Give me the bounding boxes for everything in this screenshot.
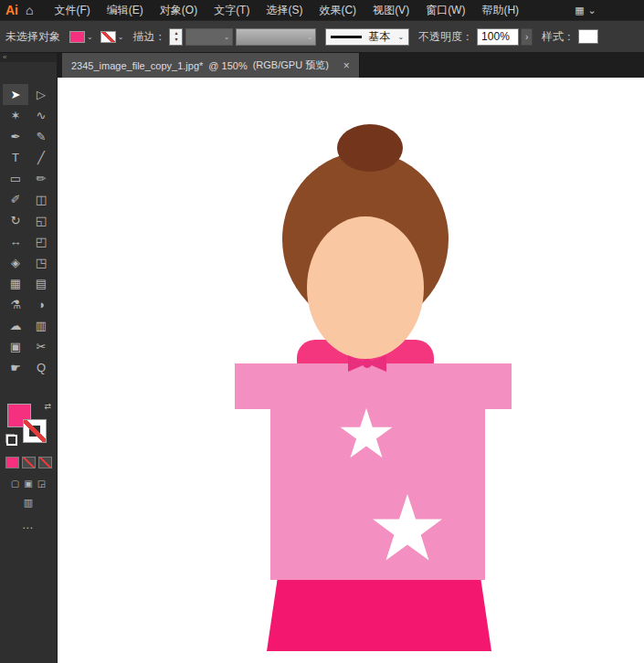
paintbrush-tool-icon[interactable]: ✏: [28, 168, 54, 189]
document-title: 2345_image_file_copy_1.jpg*: [71, 60, 203, 71]
chevron-down-icon: ⌄: [87, 33, 93, 41]
menu-bar: Ai ⌂ 文件(F) 编辑(E) 对象(O) 文字(T) 选择(S) 效果(C)…: [0, 0, 644, 20]
column-graph-tool-icon[interactable]: ▥: [28, 315, 54, 336]
app-logo: Ai: [5, 3, 18, 17]
document-tab-bar: 2345_image_file_copy_1.jpg* @ 150% (RGB/…: [58, 53, 644, 78]
stroke-none-swatch[interactable]: [100, 31, 116, 43]
zoom-level: @ 150%: [208, 60, 247, 71]
menu-help[interactable]: 帮助(H): [473, 0, 527, 20]
chevron-down-icon: ⌄: [118, 33, 124, 41]
tools-panel: « ➤ ▷ ✶ ∿ ✒ ✎ T ╱ ▭ ✏ ✐ ◫ ↻ ◱ ↔ ◰ ◈ ◳ ▦ …: [0, 53, 58, 663]
default-fill-stroke-icon[interactable]: [5, 434, 17, 446]
toolbar-collapse-icon[interactable]: «: [0, 53, 57, 62]
chevron-down-icon: ⌄: [397, 33, 404, 41]
menu-object[interactable]: 对象(O): [152, 0, 206, 20]
workspace-grid-icon: ▦: [575, 5, 584, 16]
chevron-down-icon: ⌄: [588, 5, 596, 16]
workspace: « ➤ ▷ ✶ ∿ ✒ ✎ T ╱ ▭ ✏ ✐ ◫ ↻ ◱ ↔ ◰ ◈ ◳ ▦ …: [0, 53, 644, 663]
none-button[interactable]: [38, 457, 52, 468]
stroke-label: 描边：: [132, 29, 165, 45]
type-tool-icon[interactable]: T: [3, 147, 28, 168]
hair-bun-shape[interactable]: [337, 124, 403, 172]
pencil-tool-icon[interactable]: ✐: [3, 189, 28, 210]
menu-window[interactable]: 窗口(W): [417, 0, 473, 20]
home-icon[interactable]: ⌂: [26, 3, 33, 17]
pen-tool-icon[interactable]: ✒: [3, 126, 28, 147]
stroke-line-icon: [331, 36, 362, 38]
fill-color-swatch[interactable]: [69, 31, 85, 43]
eraser-tool-icon[interactable]: ◫: [28, 189, 54, 210]
close-tab-icon[interactable]: ×: [343, 59, 350, 72]
hand-tool-icon[interactable]: ☛: [3, 357, 28, 378]
opacity-options-button[interactable]: ›: [521, 28, 533, 46]
selection-status: 未选择对象: [5, 29, 62, 45]
rectangle-tool-icon[interactable]: ▭: [3, 168, 28, 189]
opacity-label: 不透明度：: [418, 29, 473, 45]
free-transform-tool-icon[interactable]: ◰: [28, 231, 54, 252]
document-area: 2345_image_file_copy_1.jpg* @ 150% (RGB/…: [58, 53, 644, 663]
graphic-style-swatch[interactable]: [578, 29, 598, 44]
draw-normal-icon[interactable]: ▢: [11, 479, 19, 489]
screen-mode-icon[interactable]: ▥: [24, 497, 33, 509]
stroke-weight-dropdown[interactable]: ⌄: [185, 28, 233, 46]
shape-builder-tool-icon[interactable]: ◈: [3, 252, 28, 273]
stroke-profile-dropdown[interactable]: 基本 ⌄: [325, 28, 409, 46]
poncho-shape[interactable]: [235, 363, 512, 580]
rotate-tool-icon[interactable]: ↻: [3, 210, 28, 231]
face-shape[interactable]: [307, 216, 424, 359]
selection-tool-icon[interactable]: ➤: [3, 84, 28, 105]
zoom-tool-icon[interactable]: Q: [28, 357, 54, 378]
control-bar: 未选择对象 ⌄ ⌄ 描边： ▴ ▾ ⌄ ⌄ 基本 ⌄ 不透明度： 100% › …: [0, 20, 644, 53]
color-mode-buttons: [5, 457, 52, 468]
bow-knot-shape[interactable]: [363, 359, 372, 368]
fill-stroke-indicator: ⇄: [5, 402, 51, 446]
menu-file[interactable]: 文件(F): [46, 0, 98, 20]
stroke-proxy-swatch[interactable]: [23, 419, 47, 443]
perspective-grid-tool-icon[interactable]: ◳: [28, 252, 54, 273]
mesh-tool-icon[interactable]: ▦: [3, 273, 28, 294]
tool-grid: ➤ ▷ ✶ ∿ ✒ ✎ T ╱ ▭ ✏ ✐ ◫ ↻ ◱ ↔ ◰ ◈ ◳ ▦ ▤ …: [3, 84, 54, 378]
line-segment-tool-icon[interactable]: ╱: [28, 147, 54, 168]
artboard-tool-icon[interactable]: ▣: [3, 336, 28, 357]
chevron-down-icon: ⌄: [307, 33, 313, 41]
width-tool-icon[interactable]: ↔: [3, 231, 28, 252]
gradient-tool-icon[interactable]: ▤: [28, 273, 54, 294]
document-canvas[interactable]: [58, 78, 644, 663]
chevron-down-icon: ⌄: [224, 33, 230, 41]
toolbar-overflow-icon[interactable]: ⋯: [22, 521, 35, 534]
gradient-button[interactable]: [22, 457, 36, 468]
brush-definition-dropdown[interactable]: ⌄: [236, 28, 316, 46]
spin-down-icon[interactable]: ▾: [174, 37, 177, 43]
menu-select[interactable]: 选择(S): [258, 0, 311, 20]
artwork: [58, 78, 644, 663]
menu-effect[interactable]: 效果(C): [311, 0, 364, 20]
menu-type[interactable]: 文字(T): [206, 0, 258, 20]
stroke-profile-label: 基本: [368, 29, 390, 45]
style-label: 样式：: [542, 29, 575, 45]
magic-wand-tool-icon[interactable]: ✶: [3, 105, 28, 126]
draw-inside-icon[interactable]: ◲: [37, 479, 46, 489]
symbol-sprayer-tool-icon[interactable]: ☁: [3, 315, 28, 336]
workspace-switcher[interactable]: ▦ ⌄: [575, 5, 596, 16]
menu-view[interactable]: 视图(V): [364, 0, 417, 20]
lasso-tool-icon[interactable]: ∿: [28, 105, 54, 126]
draw-behind-icon[interactable]: ▣: [24, 479, 32, 489]
draw-mode-buttons: ▢ ▣ ◲: [11, 479, 46, 489]
direct-selection-tool-icon[interactable]: ▷: [28, 84, 54, 105]
document-tab[interactable]: 2345_image_file_copy_1.jpg* @ 150% (RGB/…: [62, 53, 360, 78]
opacity-input[interactable]: 100%: [477, 28, 519, 46]
color-button[interactable]: [5, 457, 19, 468]
eyedropper-tool-icon[interactable]: ⚗: [3, 294, 28, 315]
blend-tool-icon[interactable]: ◑: [28, 294, 54, 315]
spin-up-icon[interactable]: ▴: [174, 30, 177, 37]
stroke-color-control[interactable]: ⌄: [100, 31, 124, 43]
menu-edit[interactable]: 编辑(E): [99, 0, 152, 20]
slice-tool-icon[interactable]: ✂: [28, 336, 54, 357]
curvature-tool-icon[interactable]: ✎: [28, 126, 54, 147]
color-mode: (RGB/GPU 预览): [253, 58, 329, 72]
skirt-shape[interactable]: [267, 571, 491, 651]
stroke-weight-stepper[interactable]: ▴ ▾: [169, 28, 183, 46]
scale-tool-icon[interactable]: ◱: [28, 210, 54, 231]
fill-color-control[interactable]: ⌄: [69, 31, 93, 43]
swap-fill-stroke-icon[interactable]: ⇄: [44, 402, 51, 411]
